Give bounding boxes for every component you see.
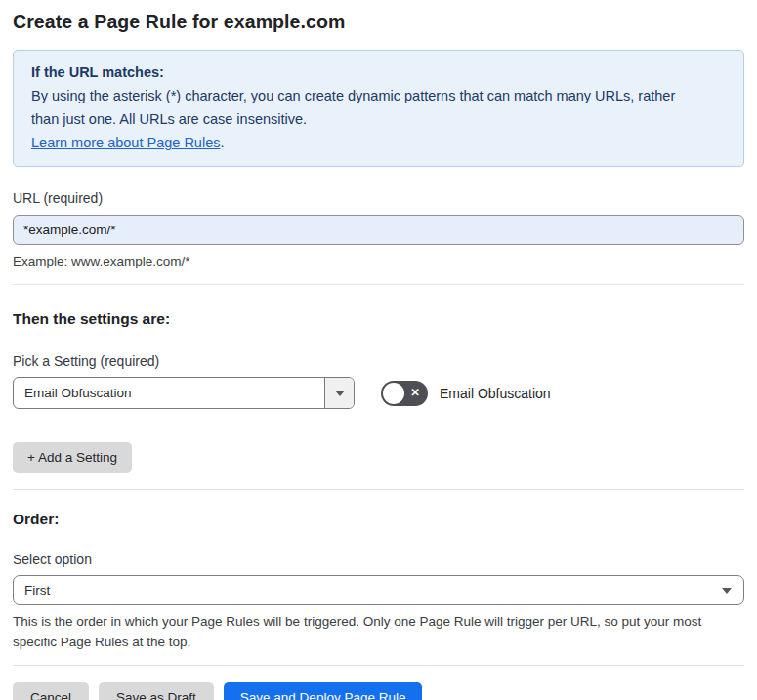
chevron-down-icon (722, 588, 732, 594)
url-example: Example: www.example.com/* (13, 252, 744, 270)
email-obfuscation-toggle[interactable]: ✕ (381, 381, 428, 406)
learn-more-link[interactable]: Learn more about Page Rules (31, 135, 220, 150)
divider (13, 665, 744, 666)
add-setting-button[interactable]: + Add a Setting (13, 442, 132, 473)
info-box: If the URL matches: By using the asteris… (13, 50, 744, 167)
link-period: . (220, 135, 224, 150)
divider (13, 489, 744, 490)
save-deploy-button[interactable]: Save and Deploy Page Rule (224, 682, 423, 700)
save-draft-button[interactable]: Save as Draft (99, 682, 214, 700)
order-select-value: First (14, 583, 743, 597)
setting-select[interactable]: Email Obfuscation (13, 377, 355, 409)
setting-select-value: Email Obfuscation (14, 378, 324, 408)
info-body: By using the asterisk (*) character, you… (31, 84, 695, 131)
chevron-down-icon (335, 391, 345, 396)
order-heading: Order: (13, 510, 744, 529)
x-icon: ✕ (410, 388, 420, 399)
settings-heading: Then the settings are: (13, 309, 744, 329)
footer-actions: Cancel Save as Draft Save and Deploy Pag… (13, 682, 744, 700)
divider (13, 284, 744, 285)
url-input[interactable] (13, 215, 744, 245)
order-select-label: Select option (13, 551, 744, 568)
setting-row: Email Obfuscation ✕ Email Obfuscation (13, 377, 744, 409)
setting-picker-label: Pick a Setting (required) (13, 352, 744, 370)
page-title: Create a Page Rule for example.com (13, 9, 744, 34)
cancel-button[interactable]: Cancel (13, 682, 89, 700)
info-heading: If the URL matches: (31, 61, 726, 84)
order-help-text: This is the order in which your Page Rul… (13, 611, 744, 652)
toggle-knob (383, 383, 404, 404)
setting-select-arrow-button[interactable] (324, 378, 354, 408)
order-select[interactable]: First (13, 575, 744, 605)
toggle-setting-label: Email Obfuscation (440, 386, 551, 401)
url-label: URL (required) (13, 189, 744, 207)
info-link-line: Learn more about Page Rules. (31, 131, 726, 154)
